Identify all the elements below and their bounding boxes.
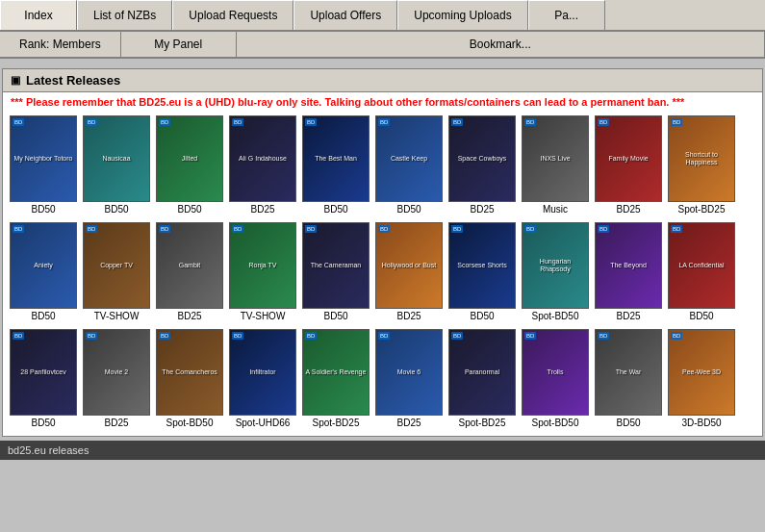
footer-bar: bd25.eu releases	[0, 441, 765, 460]
movie-cover[interactable]: BDThe Cameraman	[302, 222, 370, 309]
movie-label: BD50	[31, 204, 55, 215]
movie-item[interactable]: BDAli G IndahouseBD25	[228, 115, 297, 215]
movie-label: BD50	[323, 204, 347, 215]
movie-label: BD50	[104, 204, 128, 215]
movie-row-3: BD28 PanfilovtcevBD50BDMovie 2BD25BDThe …	[3, 325, 762, 432]
movie-cover[interactable]: BDMovie 6	[375, 329, 443, 416]
movie-item[interactable]: BDPee-Wee 3D3D-BD50	[667, 329, 736, 428]
movie-cover[interactable]: BDA Soldier's Revenge	[302, 329, 370, 416]
tab-my-panel[interactable]: My Panel	[121, 32, 237, 57]
movie-row-2: BDAnietyBD50BDCopper TVTV-SHOWBDGambitBD…	[3, 218, 762, 325]
section-icon: ▣	[11, 74, 20, 87]
movie-cover[interactable]: BDParanormal	[448, 329, 516, 416]
section-header: ▣ Latest Releases	[3, 69, 762, 92]
movie-cover[interactable]: BDMovie 2	[83, 329, 150, 416]
movie-cover[interactable]: BDMy Neighbor Totoro	[10, 115, 77, 202]
movie-item[interactable]: BDMy Neighbor TotoroBD50	[9, 115, 78, 215]
movie-item[interactable]: BDNausicaaBD50	[82, 115, 151, 215]
movie-label: BD25	[177, 311, 201, 321]
movie-cover[interactable]: BDFamily Movie	[595, 115, 662, 202]
movie-label: Spot-BD50	[532, 311, 579, 321]
movie-item[interactable]: BDScorsese ShortsBD50	[447, 222, 517, 321]
movie-label: BD25	[616, 204, 640, 215]
tab-upload-requests[interactable]: Upload Requests	[172, 0, 293, 30]
movie-label: 3D-BD50	[681, 418, 721, 428]
movie-cover[interactable]: BD28 Panfilovtcev	[10, 329, 77, 416]
movie-item[interactable]: BDFamily MovieBD25	[594, 115, 663, 215]
movie-cover[interactable]: BDHungarian Rhapsody	[522, 222, 589, 309]
movie-cover[interactable]: BDCastle Keep	[375, 115, 443, 202]
movie-cover[interactable]: BDGambit	[156, 222, 223, 309]
movie-cover[interactable]: BDINXS Live	[522, 115, 589, 202]
movie-item[interactable]: BDCopper TVTV-SHOW	[82, 222, 151, 321]
tab-bookmark[interactable]: Bookmark...	[237, 32, 765, 57]
movie-cover[interactable]: BDThe Best Man	[302, 115, 370, 202]
movie-item[interactable]: BDA Soldier's RevengeSpot-BD25	[301, 329, 370, 428]
warning-message: *** Please remember that BD25.eu is a (U…	[3, 92, 762, 112]
movie-item[interactable]: BDTrollsSpot-BD50	[521, 329, 590, 428]
movie-label: BD50	[470, 311, 494, 321]
movie-item[interactable]: BDINXS LiveMusic	[521, 115, 590, 215]
tab-more[interactable]: Pa...	[528, 0, 605, 30]
movie-item[interactable]: BDAnietyBD50	[9, 222, 78, 321]
movie-row-1: BDMy Neighbor TotoroBD50BDNausicaaBD50BD…	[3, 112, 762, 218]
movie-item[interactable]: BDThe BeyondBD25	[594, 222, 663, 321]
movie-item[interactable]: BDMovie 2BD25	[82, 329, 151, 428]
movie-item[interactable]: BDGambitBD25	[155, 222, 224, 321]
tab-list-nzbs[interactable]: List of NZBs	[77, 0, 172, 30]
movie-item[interactable]: BDParanormalSpot-BD25	[447, 329, 517, 428]
top-navigation: Index List of NZBs Upload Requests Uploa…	[0, 0, 765, 32]
movie-cover[interactable]: BDCopper TV	[83, 222, 150, 309]
movie-item[interactable]: BDRonja TVTV-SHOW	[228, 222, 297, 321]
movie-cover[interactable]: BDShortcut to Happiness	[668, 115, 735, 202]
movie-label: TV-SHOW	[94, 311, 140, 321]
secondary-navigation: Rank: Members My Panel Bookmark...	[0, 32, 765, 59]
movie-cover[interactable]: BDHollywood or Bust	[375, 222, 443, 309]
movie-cover[interactable]: BDSpace Cowboys	[448, 115, 516, 202]
movie-item[interactable]: BDCastle KeepBD50	[374, 115, 444, 215]
movie-item[interactable]: BDSpace CowboysBD25	[447, 115, 517, 215]
movie-cover[interactable]: BDAli G Indahouse	[229, 115, 296, 202]
movie-item[interactable]: BDHollywood or BustBD25	[374, 222, 444, 321]
movie-item[interactable]: BDMovie 6BD25	[374, 329, 444, 428]
movie-item[interactable]: BDThe ComancherosSpot-BD50	[155, 329, 224, 428]
movie-cover[interactable]: BDNausicaa	[83, 115, 150, 202]
movie-item[interactable]: BDThe Best ManBD50	[301, 115, 370, 215]
tab-upcoming-uploads[interactable]: Upcoming Uploads	[397, 0, 527, 30]
movie-label: Spot-BD25	[459, 418, 506, 428]
movie-cover[interactable]: BDThe War	[595, 329, 662, 416]
main-content: ▣ Latest Releases *** Please remember th…	[2, 68, 763, 437]
movie-label: BD50	[396, 204, 421, 215]
movie-label: BD50	[31, 418, 55, 428]
movie-label: BD25	[396, 418, 421, 428]
movie-cover[interactable]: BDInfiltrator	[229, 329, 296, 416]
footer-label: bd25.eu releases	[8, 444, 89, 456]
movie-item[interactable]: BDThe WarBD50	[594, 329, 663, 428]
movie-cover[interactable]: BDTrolls	[522, 329, 589, 416]
movie-cover[interactable]: BDThe Comancheros	[156, 329, 223, 416]
movie-label: Spot-BD50	[166, 418, 214, 428]
movie-item[interactable]: BDHungarian RhapsodySpot-BD50	[521, 222, 590, 321]
movie-cover[interactable]: BDJilted	[156, 115, 223, 202]
movie-item[interactable]: BDJiltedBD50	[155, 115, 224, 215]
tab-rank[interactable]: Rank: Members	[0, 32, 121, 57]
tab-index[interactable]: Index	[0, 0, 77, 30]
movie-label: BD25	[470, 204, 494, 215]
movie-label: Music	[543, 204, 568, 215]
section-title: Latest Releases	[26, 73, 120, 88]
movie-cover[interactable]: BDLA Confidential	[668, 222, 735, 309]
movie-label: Spot-BD25	[678, 204, 726, 215]
movie-label: BD25	[104, 418, 128, 428]
movie-item[interactable]: BDLA ConfidentialBD50	[667, 222, 736, 321]
movie-item[interactable]: BD28 PanfilovtcevBD50	[9, 329, 78, 428]
movie-cover[interactable]: BDRonja TV	[229, 222, 296, 309]
movie-cover[interactable]: BDThe Beyond	[595, 222, 662, 309]
movie-item[interactable]: BDInfiltratorSpot-UHD66	[228, 329, 297, 428]
movie-item[interactable]: BDThe CameramanBD50	[301, 222, 370, 321]
tab-upload-offers[interactable]: Upload Offers	[293, 0, 397, 30]
movie-label: Spot-BD50	[532, 418, 579, 428]
movie-item[interactable]: BDShortcut to HappinessSpot-BD25	[667, 115, 736, 215]
movie-cover[interactable]: BDScorsese Shorts	[448, 222, 516, 309]
movie-cover[interactable]: BDPee-Wee 3D	[668, 329, 735, 416]
movie-cover[interactable]: BDAniety	[10, 222, 77, 309]
